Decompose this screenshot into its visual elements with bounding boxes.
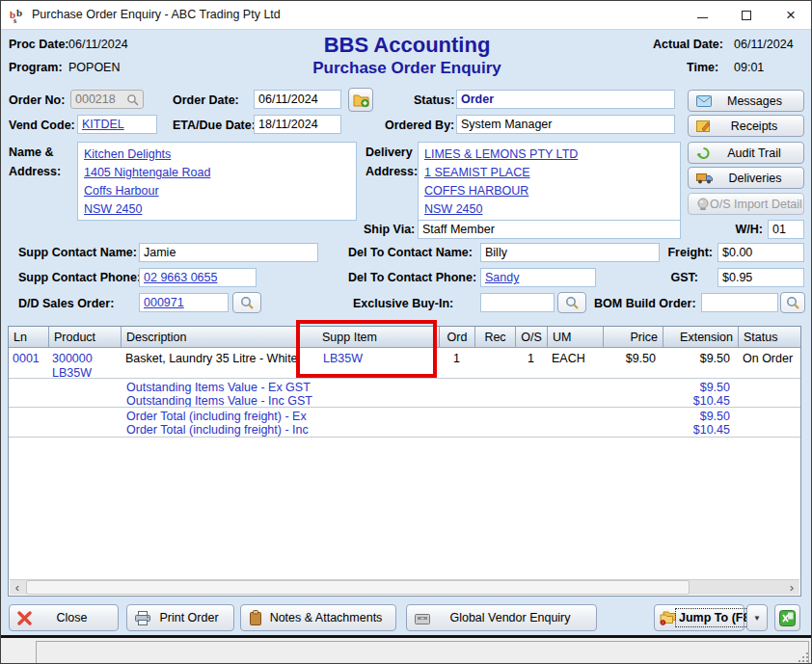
horizontal-scrollbar[interactable]: ‹ ›: [10, 579, 799, 595]
status-label: Status:: [414, 93, 454, 107]
del-to-contact-phone-label: Del To Contact Phone:: [348, 271, 476, 284]
close-window-button[interactable]: ×: [771, 1, 810, 29]
scrollbar-thumb[interactable]: [26, 580, 690, 595]
globe-gray-icon: [696, 198, 710, 211]
global-vendor-enquiry-button[interactable]: Global Vendor Enquiry: [406, 604, 597, 631]
col-header-supp-item: Supp Item: [298, 327, 439, 348]
gst-field[interactable]: $0.95: [717, 268, 804, 287]
row-extension: $9.50: [657, 352, 730, 365]
search-icon: [786, 296, 800, 310]
close-x-icon: [17, 611, 32, 625]
bom-build-order-search-button[interactable]: [780, 292, 805, 313]
exclusive-buy-in-label: Exclusive Buy-In:: [353, 297, 453, 310]
name-address-label-2: Address:: [9, 165, 61, 178]
col-header-status: Status: [738, 327, 800, 348]
wh-label: W/H:: [710, 223, 763, 236]
deliveries-button[interactable]: Deliveries: [688, 167, 804, 189]
messages-button[interactable]: Messages: [688, 90, 804, 112]
os-import-detail-button: O/S Import Detail: [688, 193, 804, 215]
row-um: EACH: [552, 352, 585, 365]
freight-label: Freight:: [637, 246, 713, 259]
totals-divider: [9, 407, 800, 408]
minimize-button[interactable]: [683, 1, 721, 29]
time-value: 09:01: [734, 61, 764, 74]
export-excel-button[interactable]: [774, 604, 800, 631]
truck-icon: [696, 172, 713, 184]
jump-to-dropdown-button[interactable]: ▼: [746, 604, 768, 631]
attach-folder-button[interactable]: [348, 88, 373, 112]
supp-contact-name-label: Supp Contact Name:: [18, 246, 137, 259]
supplier-state-link[interactable]: NSW 2450: [84, 202, 142, 216]
col-header-ord: Ord: [439, 327, 474, 348]
order-no-field[interactable]: 000218: [70, 90, 144, 109]
drawer-icon: [415, 611, 430, 624]
supplier-city-link[interactable]: Coffs Harbour: [84, 184, 159, 198]
total-label: Order Total (including freight) - Ex: [126, 410, 307, 423]
ordered-by-field[interactable]: System Manager: [456, 115, 675, 134]
supplier-street-link[interactable]: 1405 Nightengale Road: [84, 166, 210, 179]
resize-grip[interactable]: [798, 652, 808, 662]
vend-code-field[interactable]: KITDEL: [77, 115, 157, 134]
bom-build-order-field[interactable]: [701, 293, 778, 312]
delivery-address-box[interactable]: LIMES & LEMONS PTY LTD 1 SEAMIST PLACE C…: [418, 142, 681, 221]
receipt-note-icon: [696, 120, 711, 133]
supp-contact-name-field[interactable]: Jamie: [139, 243, 318, 262]
svg-text:s: s: [14, 16, 16, 24]
exclusive-buy-in-field[interactable]: [480, 293, 555, 312]
ordered-by-label: Ordered By:: [385, 119, 454, 132]
excel-icon: [779, 610, 796, 626]
col-header-price: Price: [603, 327, 663, 348]
close-button[interactable]: Close: [9, 604, 119, 631]
jump-to-button[interactable]: Jump To (F8): [654, 604, 744, 631]
delivery-street-link[interactable]: 1 SEAMIST PLACE: [424, 166, 530, 179]
delivery-state-link[interactable]: NSW 2450: [424, 202, 482, 216]
print-order-button[interactable]: Print Order: [126, 604, 234, 631]
wh-field[interactable]: 01: [768, 220, 804, 239]
audit-trail-button[interactable]: Audit Trail: [688, 142, 804, 164]
search-icon: [240, 296, 255, 310]
ship-via-label: Ship Via:: [364, 223, 415, 236]
ship-via-field[interactable]: Staff Member: [418, 220, 681, 239]
order-date-field[interactable]: 06/11/2024: [254, 90, 341, 109]
chevron-down-icon: ▼: [753, 614, 761, 623]
col-header-um: UM: [547, 327, 603, 348]
scroll-right-arrow[interactable]: ›: [784, 580, 799, 595]
del-to-contact-phone-field[interactable]: Sandy: [480, 268, 596, 287]
col-header-extension: Extension: [663, 327, 738, 348]
delivery-name-link[interactable]: LIMES & LEMONS PTY LTD: [424, 147, 578, 161]
row-product-code: 300000: [52, 352, 93, 365]
status-bar: [1, 638, 811, 664]
total-value: $9.50: [587, 410, 730, 423]
proc-date-label: Proc Date:: [9, 38, 69, 51]
maximize-button[interactable]: [727, 1, 766, 29]
order-no-search-icon[interactable]: [126, 93, 139, 106]
freight-field[interactable]: $0.00: [717, 243, 804, 262]
total-label: Order Total (including freight) - Inc: [126, 423, 309, 437]
jump-to-folders-icon: [660, 611, 677, 625]
dd-sales-order-field[interactable]: 000971: [139, 293, 229, 312]
notes-attachments-button[interactable]: Notes & Attachments: [240, 604, 396, 631]
name-address-box[interactable]: Kitchen Delights 1405 Nightengale Road C…: [77, 142, 357, 221]
scroll-left-arrow[interactable]: ‹: [10, 580, 25, 595]
total-label: Outstanding Items Value - Ex GST: [126, 381, 311, 394]
eta-due-date-field[interactable]: 18/11/2024: [254, 115, 341, 134]
receipts-button[interactable]: Receipts: [688, 115, 804, 137]
delivery-address-label-2: Address:: [365, 165, 418, 178]
total-value: $10.45: [587, 423, 730, 437]
status-message-field: [36, 641, 809, 664]
window-title: Purchase Order Enquiry - ABC Trading Pty…: [32, 8, 281, 21]
bom-build-order-label: BOM Build Order:: [594, 297, 696, 310]
title-bar: bbs Purchase Order Enquiry - ABC Trading…: [1, 1, 811, 30]
supplier-name-link[interactable]: Kitchen Delights: [84, 147, 171, 161]
col-header-ln: Ln: [9, 327, 48, 348]
delivery-city-link[interactable]: COFFS HARBOUR: [424, 184, 528, 198]
del-to-contact-name-field[interactable]: Billy: [480, 243, 660, 262]
col-header-rec: Rec: [474, 327, 515, 348]
status-field[interactable]: Order: [456, 90, 675, 109]
exclusive-buy-in-search-button[interactable]: [557, 292, 586, 313]
supp-contact-phone-field[interactable]: 02 9663 0655: [139, 268, 257, 287]
clipboard-icon: [249, 610, 262, 625]
col-header-product: Product: [48, 327, 121, 348]
dd-sales-order-search-button[interactable]: [232, 292, 261, 313]
vend-code-label: Vend Code:: [9, 119, 75, 132]
